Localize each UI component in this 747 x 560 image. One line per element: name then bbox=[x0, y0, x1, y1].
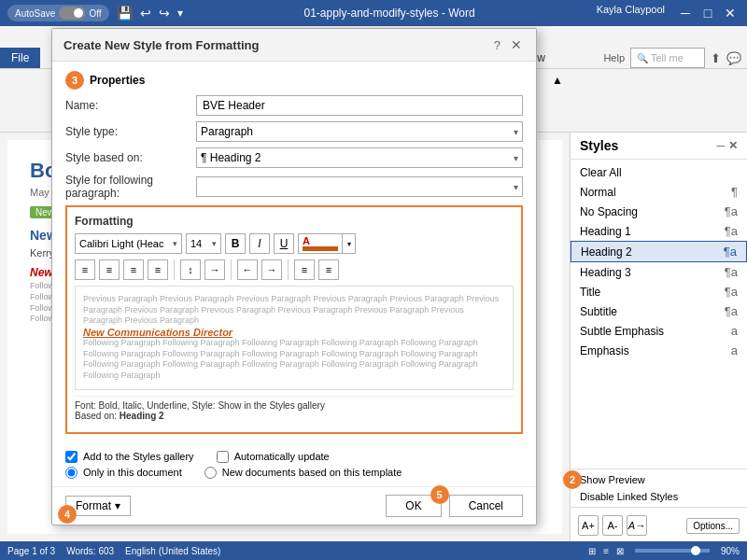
auto-update-row: Automatically update bbox=[217, 451, 330, 463]
name-label: Name: bbox=[65, 99, 196, 112]
properties-label: Properties bbox=[90, 74, 145, 87]
decrease-indent-left-button[interactable]: ← bbox=[237, 259, 258, 280]
ok-button-wrapper: 5 OK bbox=[386, 495, 441, 517]
style-based-label: Style based on: bbox=[65, 151, 196, 164]
format-button-arrow: ▾ bbox=[115, 499, 120, 512]
add-styles-gallery-checkbox[interactable] bbox=[65, 451, 78, 463]
align-left-button[interactable]: ≡ bbox=[75, 259, 95, 280]
dialog-titlebar: Create New Style from Formatting ? ✕ bbox=[52, 29, 536, 62]
style-following-arrow: ▾ bbox=[514, 182, 518, 192]
dialog-title: Create New Style from Formatting bbox=[63, 38, 260, 52]
style-type-select[interactable]: Paragraph ▾ bbox=[196, 121, 523, 142]
style-type-value: Paragraph bbox=[201, 125, 253, 138]
dialog-title-controls: ? ✕ bbox=[494, 36, 525, 53]
badge-5: 5 bbox=[430, 485, 449, 504]
name-row: Name: bbox=[65, 95, 523, 116]
font-size-select[interactable]: 14 ▾ bbox=[186, 233, 221, 254]
dialog-body: 3 Properties Name: Style type: Paragraph… bbox=[52, 62, 536, 443]
badge-3: 3 bbox=[65, 71, 84, 90]
auto-update-checkbox[interactable] bbox=[217, 451, 229, 463]
align-toolbar: ≡ ≡ ≡ ≡ ↕ → ← → ≡ ≡ bbox=[75, 259, 514, 280]
decrease-indent-right-button[interactable]: → bbox=[261, 259, 282, 280]
dialog-overlay: Create New Style from Formatting ? ✕ 3 P… bbox=[0, 0, 747, 560]
align-justify-button[interactable]: ≡ bbox=[148, 259, 168, 280]
dialog-close-button[interactable]: ✕ bbox=[508, 36, 525, 53]
style-type-label: Style type: bbox=[65, 125, 196, 138]
name-input[interactable] bbox=[196, 95, 523, 116]
properties-header: 3 Properties bbox=[65, 71, 523, 90]
font-color-button[interactable]: A ▾ bbox=[298, 233, 356, 254]
underline-button[interactable]: U bbox=[274, 233, 294, 254]
only-this-doc-radio[interactable] bbox=[65, 467, 78, 479]
font-size-value: 14 bbox=[190, 238, 202, 249]
style-based-select[interactable]: ¶ Heading 2 ▾ bbox=[196, 147, 523, 168]
bold-button[interactable]: B bbox=[225, 233, 246, 254]
formatting-section: Formatting Calibri Light (Heac ▾ 14 ▾ B … bbox=[65, 205, 523, 434]
style-description: Font: Bold, Italic, Underline, Style: Sh… bbox=[75, 396, 514, 425]
font-name-select[interactable]: Calibri Light (Heac ▾ bbox=[75, 233, 182, 254]
only-this-doc-row: Only in this document bbox=[65, 467, 182, 479]
create-style-dialog: Create New Style from Formatting ? ✕ 3 P… bbox=[51, 28, 537, 525]
dialog-options: Add to the Styles gallery Automatically … bbox=[52, 443, 536, 486]
preview-new-comm: New Communications Director bbox=[83, 327, 505, 338]
font-toolbar: Calibri Light (Heac ▾ 14 ▾ B I U A bbox=[75, 233, 514, 254]
new-docs-template-radio[interactable] bbox=[204, 467, 217, 479]
new-docs-template-label: New documents based on this template bbox=[222, 467, 402, 478]
style-desc-line1: Font: Bold, Italic, Underline, Style: Sh… bbox=[75, 400, 514, 411]
preview-previous-paragraphs: Previous Paragraph Previous Paragraph Pr… bbox=[83, 294, 505, 327]
style-based-row: Style based on: ¶ Heading 2 ▾ bbox=[65, 147, 523, 168]
style-type-arrow: ▾ bbox=[514, 127, 518, 137]
preview-following-paragraphs: Following Paragraph Following Paragraph … bbox=[83, 338, 505, 382]
list-button[interactable]: ≡ bbox=[294, 259, 315, 280]
style-following-label: Style for following paragraph: bbox=[65, 174, 196, 200]
increase-indent-button[interactable]: → bbox=[204, 259, 225, 280]
font-size-arrow: ▾ bbox=[212, 239, 217, 248]
style-based-value: ¶ Heading 2 bbox=[201, 151, 261, 164]
italic-button[interactable]: I bbox=[249, 233, 270, 254]
add-styles-gallery-label: Add to the Styles gallery bbox=[83, 451, 194, 462]
style-based-arrow: ▾ bbox=[514, 153, 518, 163]
format-button-wrapper: 4 Format ▾ bbox=[65, 496, 131, 516]
new-docs-template-row: New documents based on this template bbox=[204, 467, 402, 479]
line-spacing-button[interactable]: ↕ bbox=[180, 259, 201, 280]
footer-buttons: 5 OK Cancel bbox=[386, 495, 523, 517]
font-color-arrow[interactable]: ▾ bbox=[342, 234, 355, 253]
dialog-footer: 4 Format ▾ 5 OK Cancel bbox=[52, 486, 536, 525]
auto-update-label: Automatically update bbox=[234, 451, 330, 462]
cancel-button[interactable]: Cancel bbox=[449, 495, 523, 517]
style-based-ref: Heading 2 bbox=[120, 411, 164, 421]
style-preview-box: Previous Paragraph Previous Paragraph Pr… bbox=[75, 286, 514, 390]
format-button-label: Format bbox=[76, 499, 111, 512]
font-name-value: Calibri Light (Heac bbox=[79, 238, 163, 249]
formatting-label: Formatting bbox=[75, 215, 514, 228]
font-name-arrow: ▾ bbox=[173, 239, 177, 248]
style-type-row: Style type: Paragraph ▾ bbox=[65, 121, 523, 142]
align-center-button[interactable]: ≡ bbox=[99, 259, 120, 280]
options-bottom-row: Only in this document New documents base… bbox=[65, 467, 523, 479]
formatting-label-text: Formatting bbox=[75, 215, 134, 228]
style-following-row: Style for following paragraph: ▾ bbox=[65, 174, 523, 200]
align-right-button[interactable]: ≡ bbox=[123, 259, 144, 280]
only-this-doc-label: Only in this document bbox=[83, 467, 182, 478]
style-desc-line2: Based on: Heading 2 bbox=[75, 411, 514, 421]
badge-4-format: 4 bbox=[58, 505, 77, 524]
dialog-help-button[interactable]: ? bbox=[494, 38, 500, 52]
style-following-select[interactable]: ▾ bbox=[196, 176, 523, 197]
indent-button[interactable]: ≡ bbox=[318, 259, 339, 280]
add-styles-gallery-row: Add to the Styles gallery bbox=[65, 451, 194, 463]
options-top-row: Add to the Styles gallery Automatically … bbox=[65, 451, 523, 463]
